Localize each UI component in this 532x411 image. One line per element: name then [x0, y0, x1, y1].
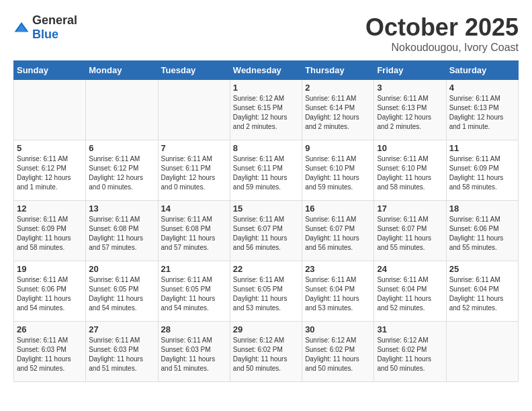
- calendar-cell: 27Sunrise: 6:11 AM Sunset: 6:03 PM Dayli…: [86, 322, 158, 382]
- day-number: 19: [17, 264, 83, 274]
- day-number: 28: [161, 324, 227, 334]
- location-subtitle: Nokoudougou, Ivory Coast: [365, 42, 519, 54]
- day-info: Sunrise: 6:11 AM Sunset: 6:08 PM Dayligh…: [89, 215, 154, 253]
- calendar-cell: 29Sunrise: 6:12 AM Sunset: 6:02 PM Dayli…: [230, 322, 302, 382]
- calendar-cell: [158, 80, 230, 140]
- day-info: Sunrise: 6:11 AM Sunset: 6:04 PM Dayligh…: [449, 275, 515, 313]
- calendar-cell: [446, 322, 518, 382]
- day-number: 20: [89, 264, 154, 274]
- day-info: Sunrise: 6:11 AM Sunset: 6:07 PM Dayligh…: [377, 215, 443, 253]
- calendar-cell: 16Sunrise: 6:11 AM Sunset: 6:07 PM Dayli…: [302, 201, 374, 261]
- day-number: 31: [377, 324, 443, 334]
- day-number: 5: [17, 143, 83, 153]
- calendar-cell: 24Sunrise: 6:11 AM Sunset: 6:04 PM Dayli…: [374, 261, 446, 322]
- calendar-cell: 6Sunrise: 6:11 AM Sunset: 6:12 PM Daylig…: [86, 140, 158, 201]
- day-info: Sunrise: 6:11 AM Sunset: 6:05 PM Dayligh…: [233, 275, 299, 313]
- calendar-cell: 7Sunrise: 6:11 AM Sunset: 6:11 PM Daylig…: [158, 140, 230, 201]
- calendar-cell: 5Sunrise: 6:11 AM Sunset: 6:12 PM Daylig…: [14, 140, 86, 201]
- day-number: 1: [233, 83, 299, 93]
- calendar-week-row: 12Sunrise: 6:11 AM Sunset: 6:09 PM Dayli…: [14, 201, 519, 261]
- day-info: Sunrise: 6:11 AM Sunset: 6:03 PM Dayligh…: [161, 336, 227, 373]
- calendar-cell: 21Sunrise: 6:11 AM Sunset: 6:05 PM Dayli…: [158, 261, 230, 322]
- calendar-cell: 2Sunrise: 6:11 AM Sunset: 6:14 PM Daylig…: [302, 80, 374, 140]
- day-number: 10: [377, 143, 443, 153]
- weekday-header: Wednesday: [230, 61, 302, 80]
- weekday-header: Saturday: [446, 61, 518, 80]
- calendar-cell: 30Sunrise: 6:12 AM Sunset: 6:02 PM Dayli…: [302, 322, 374, 382]
- day-number: 24: [377, 264, 443, 274]
- calendar-week-row: 26Sunrise: 6:11 AM Sunset: 6:03 PM Dayli…: [14, 322, 519, 382]
- day-number: 8: [233, 143, 299, 153]
- day-number: 29: [233, 324, 299, 334]
- day-number: 13: [89, 203, 154, 214]
- day-info: Sunrise: 6:11 AM Sunset: 6:07 PM Dayligh…: [305, 215, 371, 253]
- day-info: Sunrise: 6:11 AM Sunset: 6:13 PM Dayligh…: [449, 94, 515, 132]
- calendar-cell: 10Sunrise: 6:11 AM Sunset: 6:10 PM Dayli…: [374, 140, 446, 201]
- calendar-week-row: 19Sunrise: 6:11 AM Sunset: 6:06 PM Dayli…: [14, 261, 519, 322]
- day-number: 9: [305, 143, 371, 153]
- day-info: Sunrise: 6:11 AM Sunset: 6:09 PM Dayligh…: [449, 154, 515, 192]
- day-info: Sunrise: 6:11 AM Sunset: 6:10 PM Dayligh…: [305, 154, 371, 192]
- logo-general: General: [32, 13, 77, 27]
- day-info: Sunrise: 6:11 AM Sunset: 6:04 PM Dayligh…: [305, 275, 371, 313]
- day-number: 16: [305, 203, 371, 214]
- logo-text: General Blue: [32, 13, 77, 42]
- day-info: Sunrise: 6:11 AM Sunset: 6:06 PM Dayligh…: [17, 275, 83, 313]
- calendar-cell: 31Sunrise: 6:12 AM Sunset: 6:02 PM Dayli…: [374, 322, 446, 382]
- day-number: 27: [89, 324, 154, 334]
- calendar-cell: 18Sunrise: 6:11 AM Sunset: 6:06 PM Dayli…: [446, 201, 518, 261]
- day-info: Sunrise: 6:11 AM Sunset: 6:11 PM Dayligh…: [161, 154, 227, 192]
- calendar-cell: 13Sunrise: 6:11 AM Sunset: 6:08 PM Dayli…: [86, 201, 158, 261]
- calendar-cell: 26Sunrise: 6:11 AM Sunset: 6:03 PM Dayli…: [14, 322, 86, 382]
- day-number: 22: [233, 264, 299, 274]
- day-info: Sunrise: 6:11 AM Sunset: 6:03 PM Dayligh…: [89, 336, 154, 373]
- day-info: Sunrise: 6:11 AM Sunset: 6:07 PM Dayligh…: [233, 215, 299, 253]
- calendar-cell: [86, 80, 158, 140]
- calendar-cell: [14, 80, 86, 140]
- weekday-header: Thursday: [302, 61, 374, 80]
- day-number: 14: [161, 203, 227, 214]
- logo-blue: Blue: [32, 28, 58, 41]
- day-info: Sunrise: 6:11 AM Sunset: 6:12 PM Dayligh…: [89, 154, 154, 192]
- day-number: 30: [305, 324, 371, 334]
- day-info: Sunrise: 6:11 AM Sunset: 6:09 PM Dayligh…: [17, 215, 83, 253]
- day-number: 7: [161, 143, 227, 153]
- day-info: Sunrise: 6:11 AM Sunset: 6:03 PM Dayligh…: [17, 336, 83, 373]
- header: General Blue October 2025 Nokoudougou, I…: [13, 13, 519, 54]
- day-number: 3: [377, 83, 443, 93]
- day-info: Sunrise: 6:11 AM Sunset: 6:11 PM Dayligh…: [233, 154, 299, 192]
- calendar-cell: 12Sunrise: 6:11 AM Sunset: 6:09 PM Dayli…: [14, 201, 86, 261]
- day-number: 17: [377, 203, 443, 214]
- day-info: Sunrise: 6:11 AM Sunset: 6:06 PM Dayligh…: [449, 215, 515, 253]
- calendar-cell: 17Sunrise: 6:11 AM Sunset: 6:07 PM Dayli…: [374, 201, 446, 261]
- calendar-week-row: 1Sunrise: 6:12 AM Sunset: 6:15 PM Daylig…: [14, 80, 519, 140]
- calendar-cell: 25Sunrise: 6:11 AM Sunset: 6:04 PM Dayli…: [446, 261, 518, 322]
- day-info: Sunrise: 6:12 AM Sunset: 6:02 PM Dayligh…: [377, 336, 443, 373]
- weekday-header: Friday: [374, 61, 446, 80]
- day-number: 12: [17, 203, 83, 214]
- day-number: 2: [305, 83, 371, 93]
- calendar-week-row: 5Sunrise: 6:11 AM Sunset: 6:12 PM Daylig…: [14, 140, 519, 201]
- day-number: 6: [89, 143, 154, 153]
- general-blue-icon: [13, 21, 30, 34]
- calendar-cell: 19Sunrise: 6:11 AM Sunset: 6:06 PM Dayli…: [14, 261, 86, 322]
- calendar-cell: 20Sunrise: 6:11 AM Sunset: 6:05 PM Dayli…: [86, 261, 158, 322]
- day-number: 23: [305, 264, 371, 274]
- title-area: October 2025 Nokoudougou, Ivory Coast: [365, 13, 519, 54]
- day-number: 21: [161, 264, 227, 274]
- day-info: Sunrise: 6:12 AM Sunset: 6:15 PM Dayligh…: [233, 94, 299, 132]
- logo: General Blue: [13, 13, 77, 42]
- day-info: Sunrise: 6:11 AM Sunset: 6:13 PM Dayligh…: [377, 94, 443, 132]
- calendar-cell: 9Sunrise: 6:11 AM Sunset: 6:10 PM Daylig…: [302, 140, 374, 201]
- calendar-cell: 11Sunrise: 6:11 AM Sunset: 6:09 PM Dayli…: [446, 140, 518, 201]
- day-info: Sunrise: 6:12 AM Sunset: 6:02 PM Dayligh…: [233, 336, 299, 373]
- calendar-table: SundayMondayTuesdayWednesdayThursdayFrid…: [13, 60, 519, 382]
- calendar-cell: 4Sunrise: 6:11 AM Sunset: 6:13 PM Daylig…: [446, 80, 518, 140]
- calendar-cell: 3Sunrise: 6:11 AM Sunset: 6:13 PM Daylig…: [374, 80, 446, 140]
- day-number: 15: [233, 203, 299, 214]
- calendar-cell: 1Sunrise: 6:12 AM Sunset: 6:15 PM Daylig…: [230, 80, 302, 140]
- day-info: Sunrise: 6:11 AM Sunset: 6:05 PM Dayligh…: [89, 275, 154, 313]
- day-number: 18: [449, 203, 515, 214]
- calendar-cell: 22Sunrise: 6:11 AM Sunset: 6:05 PM Dayli…: [230, 261, 302, 322]
- calendar-cell: 8Sunrise: 6:11 AM Sunset: 6:11 PM Daylig…: [230, 140, 302, 201]
